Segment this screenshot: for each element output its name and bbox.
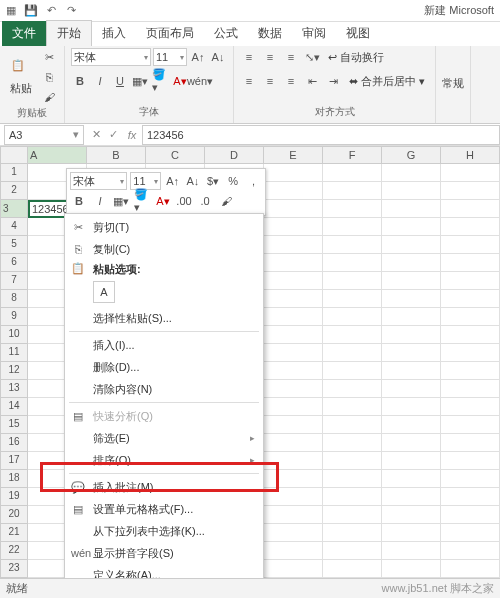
formula-input[interactable]: 123456: [142, 125, 500, 145]
cell[interactable]: [264, 200, 323, 218]
mini-shrink-icon[interactable]: A↓: [184, 172, 201, 190]
align-bot-icon[interactable]: ≡: [282, 48, 300, 66]
cell[interactable]: [382, 380, 441, 398]
tab-file[interactable]: 文件: [2, 21, 46, 46]
cell[interactable]: [323, 254, 382, 272]
cell[interactable]: [441, 398, 500, 416]
menu-dropdown-list[interactable]: 从下拉列表中选择(K)...: [65, 520, 263, 542]
menu-pinyin[interactable]: wén显示拼音字段(S): [65, 542, 263, 564]
cell[interactable]: [382, 200, 441, 218]
row-header[interactable]: 18: [0, 470, 28, 488]
cell[interactable]: [323, 380, 382, 398]
cell[interactable]: [441, 434, 500, 452]
enter-icon[interactable]: ✓: [105, 128, 122, 141]
cell[interactable]: [323, 398, 382, 416]
cell[interactable]: [382, 308, 441, 326]
tab-view[interactable]: 视图: [336, 21, 380, 46]
tab-review[interactable]: 审阅: [292, 21, 336, 46]
row-header[interactable]: 10: [0, 326, 28, 344]
cell[interactable]: [323, 218, 382, 236]
tab-home[interactable]: 开始: [46, 20, 92, 46]
align-mid-icon[interactable]: ≡: [261, 48, 279, 66]
col-header[interactable]: C: [146, 146, 205, 164]
menu-insert[interactable]: 插入(I)...: [65, 334, 263, 356]
cell[interactable]: [323, 326, 382, 344]
cell[interactable]: [441, 560, 500, 578]
mini-font-select[interactable]: 宋体▾: [70, 172, 127, 190]
mini-fontcolor-icon[interactable]: A▾: [154, 192, 172, 210]
cell[interactable]: [382, 236, 441, 254]
grow-font-icon[interactable]: A↑: [189, 48, 207, 66]
mini-italic-button[interactable]: I: [91, 192, 109, 210]
border-icon[interactable]: ▦▾: [131, 72, 149, 90]
menu-paste-special[interactable]: 选择性粘贴(S)...: [65, 307, 263, 329]
cell[interactable]: [323, 200, 382, 218]
cell[interactable]: [441, 254, 500, 272]
cell[interactable]: [323, 506, 382, 524]
mini-currency-icon[interactable]: $▾: [204, 172, 221, 190]
mini-comma-icon[interactable]: ,: [245, 172, 262, 190]
mini-percent-icon[interactable]: %: [225, 172, 242, 190]
row-header[interactable]: 17: [0, 452, 28, 470]
mini-painter-icon[interactable]: 🖌: [217, 192, 235, 210]
cell[interactable]: [264, 560, 323, 578]
menu-insert-comment[interactable]: 💬插入批注(M): [65, 476, 263, 498]
cell[interactable]: [382, 254, 441, 272]
cell[interactable]: [382, 398, 441, 416]
cell[interactable]: [382, 524, 441, 542]
row-header[interactable]: 9: [0, 308, 28, 326]
redo-icon[interactable]: ↷: [64, 4, 78, 18]
cell[interactable]: [323, 236, 382, 254]
format-painter-icon[interactable]: 🖌: [40, 88, 58, 106]
cell[interactable]: [264, 362, 323, 380]
cell[interactable]: [382, 488, 441, 506]
row-header[interactable]: 7: [0, 272, 28, 290]
cell[interactable]: [264, 182, 323, 200]
row-header[interactable]: 23: [0, 560, 28, 578]
cell[interactable]: [323, 452, 382, 470]
row-header[interactable]: 6: [0, 254, 28, 272]
row-header[interactable]: 19: [0, 488, 28, 506]
cell[interactable]: [323, 164, 382, 182]
cell[interactable]: [264, 272, 323, 290]
cell[interactable]: [382, 164, 441, 182]
row-header[interactable]: 5: [0, 236, 28, 254]
col-header[interactable]: E: [264, 146, 323, 164]
cell[interactable]: [264, 452, 323, 470]
cell[interactable]: [441, 218, 500, 236]
cell[interactable]: [323, 470, 382, 488]
cell[interactable]: [441, 488, 500, 506]
cell[interactable]: [441, 164, 500, 182]
tab-insert[interactable]: 插入: [92, 21, 136, 46]
font-size-select[interactable]: 11▾: [153, 48, 187, 66]
menu-filter[interactable]: 筛选(E)▸: [65, 427, 263, 449]
underline-button[interactable]: U: [111, 72, 129, 90]
indent-inc-icon[interactable]: ⇥: [324, 72, 342, 90]
cell[interactable]: [441, 416, 500, 434]
cell[interactable]: [382, 470, 441, 488]
cell[interactable]: [323, 272, 382, 290]
menu-cut[interactable]: ✂剪切(T): [65, 216, 263, 238]
merge-button[interactable]: ⬌合并后居中▾: [345, 72, 429, 90]
cell[interactable]: [382, 452, 441, 470]
cell[interactable]: [264, 380, 323, 398]
wrap-text-button[interactable]: ↩自动换行: [324, 48, 388, 66]
cut-icon[interactable]: ✂: [40, 48, 58, 66]
cell[interactable]: [382, 506, 441, 524]
row-header[interactable]: 16: [0, 434, 28, 452]
orientation-icon[interactable]: ⤡▾: [303, 48, 321, 66]
number-format[interactable]: 常规: [442, 76, 464, 91]
cell[interactable]: [323, 290, 382, 308]
col-header[interactable]: D: [205, 146, 264, 164]
cell[interactable]: [441, 290, 500, 308]
cell[interactable]: [264, 254, 323, 272]
menu-format-cells[interactable]: ▤设置单元格格式(F)...: [65, 498, 263, 520]
cell[interactable]: [441, 542, 500, 560]
cell[interactable]: [264, 506, 323, 524]
cell[interactable]: [264, 398, 323, 416]
cell[interactable]: [441, 506, 500, 524]
cell[interactable]: [441, 200, 500, 218]
cell[interactable]: [264, 308, 323, 326]
cell[interactable]: [441, 344, 500, 362]
cell[interactable]: [382, 542, 441, 560]
